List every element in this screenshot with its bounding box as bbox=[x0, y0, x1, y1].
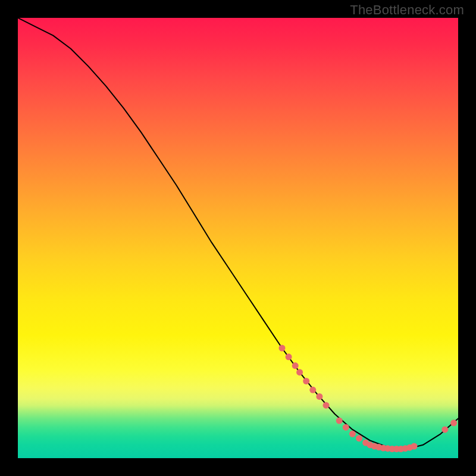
data-point bbox=[316, 393, 322, 400]
data-point bbox=[323, 402, 330, 409]
data-point bbox=[336, 418, 343, 424]
plot-area bbox=[18, 18, 458, 458]
chart-overlay bbox=[18, 18, 458, 458]
data-point bbox=[349, 431, 356, 437]
data-point bbox=[450, 419, 457, 426]
marker-group bbox=[279, 345, 458, 453]
data-point bbox=[411, 443, 418, 450]
data-point bbox=[441, 426, 448, 433]
data-point bbox=[343, 424, 349, 431]
data-point bbox=[286, 353, 292, 360]
data-point bbox=[309, 387, 316, 393]
watermark-text: TheBottleneck.com bbox=[350, 2, 464, 18]
data-point bbox=[356, 435, 362, 441]
bottleneck-curve bbox=[18, 18, 458, 449]
data-point bbox=[279, 345, 286, 352]
data-point bbox=[303, 378, 309, 384]
chart-stage: TheBottleneck.com bbox=[0, 0, 476, 476]
data-point bbox=[292, 362, 299, 369]
data-point bbox=[296, 369, 303, 375]
